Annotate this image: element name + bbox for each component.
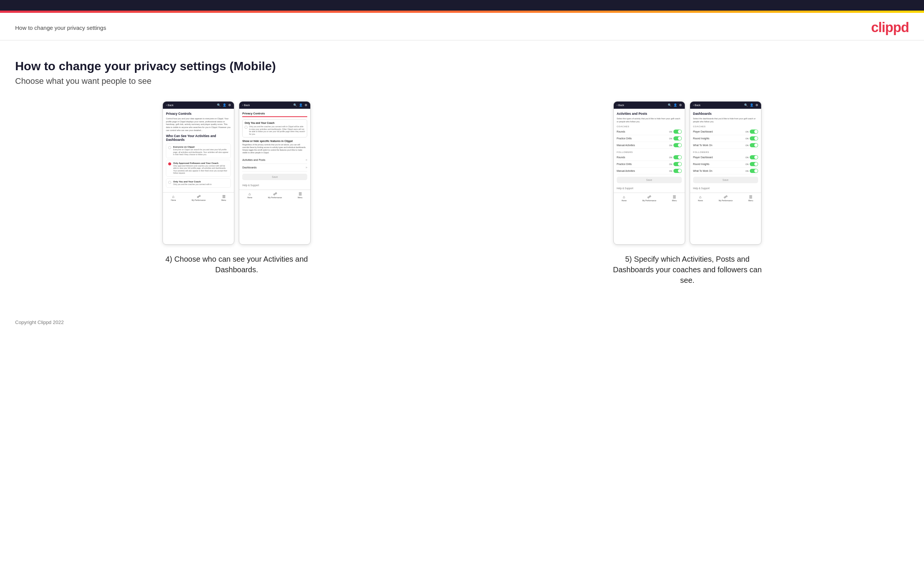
settings-icon-3[interactable]: ⚙ <box>679 103 682 107</box>
bottom-nav-home-1[interactable]: ⌂ Home <box>171 195 176 201</box>
home-icon-1: ⌂ <box>172 195 174 198</box>
screen4-back[interactable]: ‹ Back <box>693 104 701 106</box>
menu-icon-3: ☰ <box>673 195 676 199</box>
menu-label-1: Menu <box>221 199 226 201</box>
toggle-manual-followers-switch[interactable] <box>674 169 682 173</box>
toggle-manual-coaches: Manual Activities ON <box>617 142 682 149</box>
radio-followers-circle <box>168 162 171 165</box>
screen3-back[interactable]: ‹ Back <box>617 104 624 106</box>
screen1-nav: ‹ Back 🔍 👤 ⚙ <box>163 102 234 109</box>
settings-icon-2[interactable]: ⚙ <box>305 103 307 107</box>
radio-everyone[interactable]: Everyone on Clippd Everyone on Clippd ca… <box>166 143 231 158</box>
toggle-drills-followers-switch[interactable] <box>674 162 682 166</box>
toggle-drills-coaches-label: Practice Drills <box>617 137 632 140</box>
screen1-icons: 🔍 👤 ⚙ <box>217 103 231 107</box>
save-button-3[interactable]: Save <box>617 177 682 183</box>
chevron-right-icon-2: > <box>306 166 308 169</box>
settings-icon-4[interactable]: ⚙ <box>756 103 758 107</box>
header: How to change your privacy settings clip… <box>0 13 924 40</box>
bottom-nav-perf-3[interactable]: ☍ My Performance <box>643 195 656 201</box>
toggle-drills-coaches-switch[interactable] <box>674 136 682 140</box>
save-button-2[interactable]: Save <box>242 174 307 180</box>
search-icon-3[interactable]: 🔍 <box>668 103 672 107</box>
toggle-whattoworkon-followers-label: What To Work On <box>693 169 712 172</box>
settings-icon[interactable]: ⚙ <box>228 103 231 107</box>
bottom-nav-home-2[interactable]: ⌂ Home <box>247 192 252 198</box>
menu-label-2: Menu <box>298 197 303 198</box>
toggle-drills-followers: Practice Drills ON <box>617 161 682 168</box>
mobile-screen-2: ‹ Back 🔍 👤 ⚙ Privacy Controls Only You a… <box>239 101 311 245</box>
toggle-playerdash-coaches-switch[interactable] <box>750 129 758 134</box>
header-title: How to change your privacy settings <box>15 24 106 31</box>
screen4-title: Dashboards <box>693 112 758 116</box>
screen1-bottom-nav: ⌂ Home ☍ My Performance ☰ Menu <box>163 192 234 203</box>
toggle-playerdash-followers-switch[interactable] <box>750 155 758 160</box>
toggle-playerdash-followers: Player Dashboard ON <box>693 154 758 161</box>
only-you-card: Only You and Your Coach Only you and the… <box>242 119 307 137</box>
toggle-whattoworkon-followers-switch[interactable] <box>750 169 758 173</box>
radio-only-you-circle <box>168 181 171 184</box>
person-icon[interactable]: 👤 <box>223 103 226 107</box>
toggle-drills-coaches: Practice Drills ON <box>617 135 682 142</box>
screen4-bottom-nav: ⌂ Home ☍ My Performance ☰ Menu <box>690 193 761 203</box>
bottom-nav-home-4[interactable]: ⌂ Home <box>698 195 703 201</box>
perf-label-4: My Performance <box>719 199 733 201</box>
search-icon-2[interactable]: 🔍 <box>293 103 297 107</box>
search-icon-4[interactable]: 🔍 <box>744 103 748 107</box>
toggle-roundinsights-coaches-switch[interactable] <box>750 136 758 140</box>
search-icon[interactable]: 🔍 <box>217 103 221 107</box>
person-icon-3[interactable]: 👤 <box>674 103 677 107</box>
toggle-playerdash-coaches: Player Dashboard ON <box>693 128 758 135</box>
radio-followers-label: Only Approved Followers and Your Coach <box>173 162 229 164</box>
followers-header-4: FOLLOWERS <box>693 151 758 153</box>
toggle-roundinsights-followers-switch[interactable] <box>750 162 758 166</box>
screen2-back[interactable]: ‹ Back <box>242 104 250 106</box>
chart-icon-1: ☍ <box>197 195 201 198</box>
toggle-whattoworkon-followers: What To Work On ON <box>693 168 758 174</box>
perf-label-3: My Performance <box>643 199 656 201</box>
show-hide-title: Show or hide specific features in Clippd <box>242 140 307 142</box>
activities-menu-item[interactable]: Activities and Posts > <box>242 156 307 164</box>
bottom-nav-menu-1[interactable]: ☰ Menu <box>221 195 226 201</box>
dashboards-label: Dashboards <box>242 166 257 169</box>
toggle-rounds-coaches-switch[interactable] <box>674 129 682 134</box>
dashboards-menu-item[interactable]: Dashboards > <box>242 164 307 171</box>
save-button-4[interactable]: Save <box>693 177 758 183</box>
radio-everyone-desc: Everyone on Clippd can search for you an… <box>173 148 229 156</box>
person-icon-4[interactable]: 👤 <box>750 103 754 107</box>
radio-only-you[interactable]: Only You and Your Coach Only you and the… <box>166 178 231 188</box>
help-support-3: Help & Support <box>617 185 682 190</box>
screen1-back[interactable]: ‹ Back <box>166 104 173 106</box>
screen2-nav: ‹ Back 🔍 👤 ⚙ <box>239 102 310 109</box>
home-icon-4: ⌂ <box>699 195 701 199</box>
screen3-content: Activities and Posts Select the types of… <box>614 109 685 193</box>
menu-icon-2: ☰ <box>299 192 302 196</box>
bottom-nav-perf-2[interactable]: ☍ My Performance <box>268 192 282 198</box>
toggle-manual-coaches-switch[interactable] <box>674 143 682 147</box>
toggle-roundinsights-coaches: Round Insights ON <box>693 135 758 142</box>
toggle-manual-coaches-label: Manual Activities <box>617 144 635 147</box>
screen1-section: Who Can See Your Activities and Dashboar… <box>166 134 231 142</box>
only-you-card-title: Only You and Your Coach <box>244 122 305 124</box>
toggle-rounds-followers-switch[interactable] <box>674 155 682 160</box>
screenshot-pair-1: ‹ Back 🔍 👤 ⚙ Privacy Controls Control ho… <box>163 101 311 245</box>
person-icon-2[interactable]: 👤 <box>299 103 303 107</box>
home-label-1: Home <box>171 199 176 201</box>
bottom-nav-perf-1[interactable]: ☍ My Performance <box>192 195 205 201</box>
bottom-nav-menu-2[interactable]: ☰ Menu <box>298 192 303 198</box>
bottom-nav-menu-3[interactable]: ☰ Menu <box>672 195 677 201</box>
toggle-manual-followers-label: Manual Activities <box>617 169 635 172</box>
screenshots-row: ‹ Back 🔍 👤 ⚙ Privacy Controls Control ho… <box>15 101 909 285</box>
bottom-nav-perf-4[interactable]: ☍ My Performance <box>719 195 733 201</box>
screen4-content: Dashboards Select the dashboards that yo… <box>690 109 761 193</box>
toggle-roundinsights-followers-label: Round Insights <box>693 163 709 165</box>
toggle-rounds-followers-label: Rounds <box>617 156 625 159</box>
toggle-rounds-coaches: Rounds ON <box>617 128 682 135</box>
bottom-nav-home-3[interactable]: ⌂ Home <box>622 195 627 201</box>
page-subheading: Choose what you want people to see <box>15 76 909 86</box>
bottom-nav-menu-4[interactable]: ☰ Menu <box>748 195 753 201</box>
toggle-rounds-followers: Rounds ON <box>617 154 682 161</box>
radio-followers[interactable]: Only Approved Followers and Your Coach O… <box>166 160 231 177</box>
toggle-whattoworkon-coaches-switch[interactable] <box>750 143 758 147</box>
only-you-radio: Only you and the coaches you connect wit… <box>244 126 305 135</box>
